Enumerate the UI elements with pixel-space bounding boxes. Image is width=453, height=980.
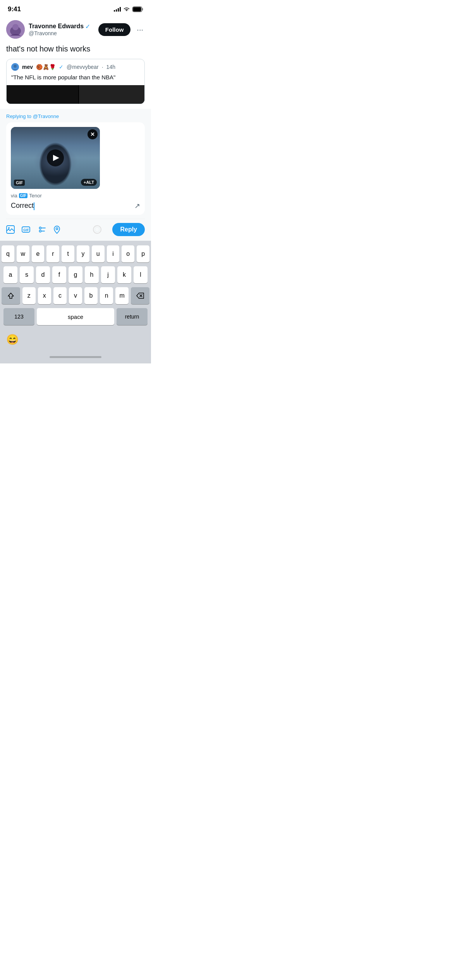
reply-area: Replying to @Travonne ✕ GIF +ALT via GIF… bbox=[0, 109, 151, 241]
author-name: Travonne Edwards bbox=[29, 23, 84, 30]
replying-to: Replying to @Travonne bbox=[6, 113, 145, 119]
key-r[interactable]: r bbox=[46, 245, 59, 262]
key-a[interactable]: a bbox=[3, 266, 17, 283]
svg-point-16 bbox=[56, 228, 58, 230]
keyboard-row-2: a s d f g h j k l bbox=[2, 266, 149, 283]
key-shift[interactable] bbox=[2, 287, 20, 304]
avatar[interactable] bbox=[6, 20, 25, 39]
quoted-time: · bbox=[102, 64, 103, 70]
play-button[interactable] bbox=[47, 149, 64, 166]
svg-point-13 bbox=[39, 230, 41, 232]
tweet-author[interactable]: Travonne Edwards ✓ @Travonne bbox=[6, 20, 90, 39]
svg-point-12 bbox=[39, 227, 41, 229]
key-l[interactable]: l bbox=[134, 266, 148, 283]
quoted-handle: @mevvybear bbox=[67, 64, 99, 70]
key-z[interactable]: z bbox=[22, 287, 36, 304]
quoted-verified-badge: ✓ bbox=[59, 64, 63, 70]
quoted-header: mev 🏀🧸🌹 ✓ @mevvybear · 14h bbox=[7, 59, 144, 73]
reply-button[interactable]: Reply bbox=[112, 223, 145, 236]
key-c[interactable]: c bbox=[53, 287, 67, 304]
gif-badge: GIF bbox=[14, 180, 25, 186]
via-tenor: via GIF Tenor bbox=[11, 193, 140, 199]
quoted-author-emojis: 🏀🧸🌹 bbox=[36, 64, 56, 70]
avatar-image bbox=[6, 20, 25, 39]
image-icon[interactable] bbox=[6, 225, 15, 234]
more-options-button[interactable]: ··· bbox=[135, 24, 145, 36]
char-inner bbox=[94, 227, 100, 232]
key-t[interactable]: t bbox=[62, 245, 74, 262]
play-icon bbox=[53, 155, 59, 161]
follow-button[interactable]: Follow bbox=[98, 23, 131, 36]
keyboard-row-4: 123 space return bbox=[2, 308, 149, 325]
svg-point-9 bbox=[8, 227, 10, 229]
keyboard: q w e r t y u i o p a s d f g h j k l z … bbox=[0, 241, 151, 331]
home-bar bbox=[50, 356, 101, 358]
replying-to-label: Replying to bbox=[6, 113, 31, 119]
key-o[interactable]: o bbox=[122, 245, 134, 262]
key-n[interactable]: n bbox=[100, 287, 113, 304]
gif-logo: GIF bbox=[19, 193, 28, 198]
key-delete[interactable] bbox=[131, 287, 149, 304]
key-s[interactable]: s bbox=[20, 266, 34, 283]
quoted-author-name: mev bbox=[22, 64, 33, 70]
key-d[interactable]: d bbox=[36, 266, 50, 283]
expand-button[interactable]: ↗ bbox=[134, 202, 140, 210]
key-space[interactable]: space bbox=[37, 308, 114, 325]
quoted-image-strip bbox=[7, 85, 144, 104]
svg-rect-1 bbox=[142, 8, 143, 10]
tweet-content: that's not how this works bbox=[0, 42, 151, 59]
key-x[interactable]: x bbox=[38, 287, 51, 304]
key-g[interactable]: g bbox=[69, 266, 82, 283]
key-i[interactable]: i bbox=[107, 245, 120, 262]
alt-badge[interactable]: +ALT bbox=[81, 179, 97, 186]
svg-rect-2 bbox=[133, 7, 141, 12]
replying-to-handle[interactable]: @Travonne bbox=[33, 113, 59, 119]
location-icon[interactable] bbox=[53, 225, 61, 234]
key-return[interactable]: return bbox=[117, 308, 148, 325]
via-label: via bbox=[11, 193, 17, 199]
quoted-image-right bbox=[78, 85, 144, 104]
status-time: 9:41 bbox=[8, 5, 21, 13]
signal-icon bbox=[114, 7, 121, 12]
keyboard-row-3: z x c v b n m bbox=[2, 287, 149, 304]
compose-input-row[interactable]: Correct ↗ bbox=[11, 202, 140, 210]
key-m[interactable]: m bbox=[115, 287, 129, 304]
key-h[interactable]: h bbox=[85, 266, 99, 283]
poll-icon[interactable] bbox=[37, 225, 46, 234]
key-b[interactable]: b bbox=[84, 287, 98, 304]
key-p[interactable]: p bbox=[137, 245, 149, 262]
author-handle: @Travonne bbox=[29, 30, 90, 36]
key-q[interactable]: q bbox=[2, 245, 14, 262]
gif-close-button[interactable]: ✕ bbox=[88, 129, 98, 139]
char-indicator bbox=[93, 225, 101, 234]
emoji-bar: 😄 bbox=[0, 331, 151, 350]
verified-badge: ✓ bbox=[85, 23, 90, 30]
quoted-tweet[interactable]: mev 🏀🧸🌹 ✓ @mevvybear · 14h "The NFL is m… bbox=[6, 59, 145, 104]
gif-icon[interactable]: GIF bbox=[22, 225, 30, 234]
key-u[interactable]: u bbox=[92, 245, 105, 262]
emoji-button[interactable]: 😄 bbox=[6, 334, 19, 346]
key-y[interactable]: y bbox=[77, 245, 89, 262]
quoted-avatar bbox=[11, 63, 19, 71]
battery-icon bbox=[132, 7, 143, 12]
home-indicator bbox=[0, 350, 151, 363]
key-f[interactable]: f bbox=[52, 266, 66, 283]
status-icons bbox=[114, 7, 143, 12]
svg-point-7 bbox=[14, 65, 17, 68]
tweet-header: Travonne Edwards ✓ @Travonne Follow ··· bbox=[0, 15, 151, 42]
compose-box[interactable]: ✕ GIF +ALT via GIF Tenor Correct ↗ bbox=[6, 122, 145, 215]
key-k[interactable]: k bbox=[117, 266, 131, 283]
header-actions: Follow ··· bbox=[98, 23, 145, 36]
quoted-image-left bbox=[7, 85, 78, 104]
tenor-label: Tenor bbox=[29, 193, 42, 199]
key-v[interactable]: v bbox=[69, 287, 82, 304]
key-w[interactable]: w bbox=[17, 245, 29, 262]
text-cursor bbox=[34, 202, 34, 210]
key-e[interactable]: e bbox=[32, 245, 45, 262]
quoted-body: "The NFL is more popular than the NBA" bbox=[7, 73, 144, 85]
author-name-row: Travonne Edwards ✓ bbox=[29, 23, 90, 30]
wifi-icon bbox=[123, 7, 130, 12]
key-j[interactable]: j bbox=[101, 266, 115, 283]
key-numbers[interactable]: 123 bbox=[3, 308, 34, 325]
compose-input[interactable]: Correct bbox=[11, 202, 134, 210]
